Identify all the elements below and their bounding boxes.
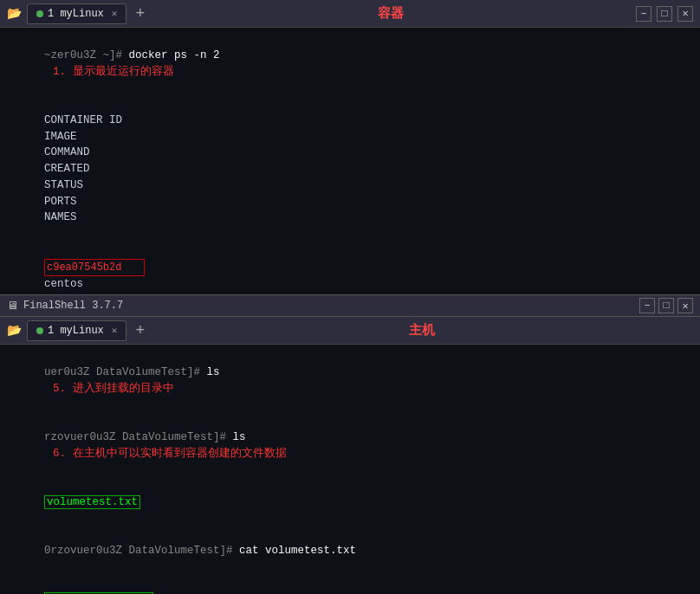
terminal-line-1: ~zer0u3Z ~]# docker ps -n 2 1. 显示最近运行的容器 [5,31,695,96]
command-1: "/bin/bash" [44,292,148,294]
header-ports: PORTS [44,194,100,210]
bottom-close-button[interactable]: ✕ [677,298,693,313]
bottom-tab-dot [36,327,43,334]
annotation-6: 6. 在主机中可以实时看到容器创建的文件数据 [53,448,287,460]
bottom-folder-icon: 📂 [7,323,22,338]
top-terminal: ~zer0u3Z ~]# docker ps -n 2 1. 显示最近运行的容器… [0,28,700,294]
bottom-line-ls2: rzovuer0u3Z DataVolumeTest]# ls 6. 在主机中可… [5,413,695,478]
top-window: 📂 1 myLinux ✕ + 容器 – □ ✕ ~zer0u3Z ~]# do… [0,0,700,294]
image-1: centos [44,276,109,293]
bottom-volumetest-line: volumetest.txt [5,478,695,526]
finalshell-bar: 🖥 FinalShell 3.7.7 – □ ✕ [0,294,700,317]
bottom-cat-line: 0rzovuer0u3Z DataVolumeTest]# cat volume… [5,526,695,575]
bottom-tab-label: 1 myLinux [48,325,104,337]
bottom-maximize-button[interactable]: □ [658,298,674,313]
bottom-minimize-button[interactable]: – [639,298,655,313]
finalshell-icon: 🖥 [7,300,18,313]
top-titlebar: 📂 1 myLinux ✕ + 容器 – □ ✕ [0,0,700,28]
bottom-hello-line: hello volumeData 7. 在主机中创建文件，并写入内容 [5,576,695,595]
top-tab-add[interactable]: + [135,5,145,23]
folder-icon: 📂 [7,6,22,21]
header-command: COMMAND [44,145,148,161]
finalshell-version: FinalShell 3.7.7 [23,300,123,312]
header-image: IMAGE [44,129,109,145]
annotation-1: 1. 显示最近运行的容器 [53,66,174,78]
top-window-controls: – □ ✕ [636,6,693,22]
tab-status-dot [36,10,43,17]
bottom-titlebar: 📂 1 myLinux ✕ + 主机 [0,317,700,345]
bottom-tab-add[interactable]: + [135,322,145,339]
bottom-tab[interactable]: 1 myLinux ✕ [27,320,126,341]
header-names: NAMES [44,211,77,223]
annotation-5: 5. 进入到挂载的目录中 [53,383,174,395]
close-button[interactable]: ✕ [677,6,693,22]
bottom-tab-close[interactable]: ✕ [112,325,118,336]
maximize-button[interactable]: □ [657,6,672,22]
header-container: CONTAINER ID [44,113,146,129]
table-row-1: c9ea07545b2d centos "/bin/bash" 26 minut… [5,242,695,294]
top-window-title: 容器 [150,5,631,22]
top-tab-label: 1 myLinux [48,8,104,20]
minimize-button[interactable]: – [636,6,651,22]
bottom-window-title: 主机 [150,322,693,339]
bottom-line-ls1: uer0u3Z DataVolumeTest]# ls 5. 进入到挂载的目录中 [5,348,695,413]
bottom-volumetest-file: volumetest.txt [44,495,140,509]
container-id-1: c9ea07545b2d [44,259,145,276]
header-created: CREATED [44,161,148,178]
bottom-terminal: uer0u3Z DataVolumeTest]# ls 5. 进入到挂载的目录中… [0,345,700,594]
bottom-window: 📂 1 myLinux ✕ + 主机 uer0u3Z DataVolumeTes… [0,317,700,594]
top-tab[interactable]: 1 myLinux ✕ [27,3,126,24]
header-status: STATUS [44,178,157,194]
top-tab-close[interactable]: ✕ [112,8,118,19]
table-header: CONTAINER ID IMAGE COMMAND CREATED STATU… [5,96,695,242]
